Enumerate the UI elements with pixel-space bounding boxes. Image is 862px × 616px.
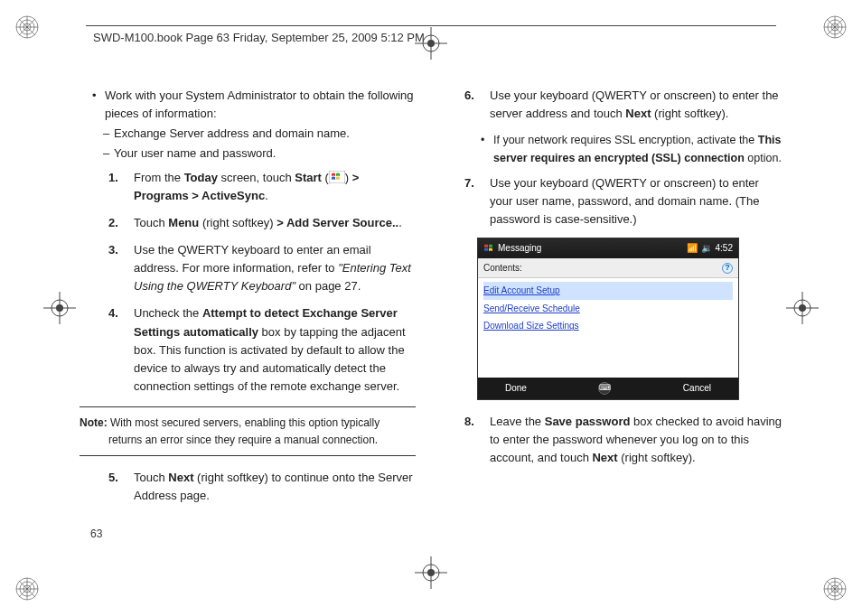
header-stamp: SWD-M100.book Page 63 Friday, September … xyxy=(93,31,425,44)
step-7: 7. Use your keyboard (QWERTY or onscreen… xyxy=(490,174,784,229)
step-3: 3. Use the QWERTY keyboard to enter an e… xyxy=(134,241,416,295)
body-text: > Add Server Source.. xyxy=(276,216,398,229)
screenshot-softkeys: Done ⌨ Cancel xyxy=(478,378,738,399)
screenshot-subheader: Contents: ? xyxy=(478,258,738,279)
body-text: screen, touch xyxy=(218,171,295,184)
step-number: 4. xyxy=(108,304,118,322)
svg-point-39 xyxy=(56,304,63,312)
screenshot-link: Send/Receive Schedule xyxy=(483,300,733,318)
screenshot-subtitle: Contents: xyxy=(483,261,522,275)
step-5: 5. Touch Next (right softkey) to continu… xyxy=(134,469,416,505)
step-4: 4. Uncheck the Attempt to detect Exchang… xyxy=(134,304,416,396)
signal-icon: 📶 xyxy=(687,241,698,256)
embedded-screenshot: Messaging 📶 🔉 4:52 Contents: ? Edit Acco… xyxy=(477,238,739,400)
screenshot-time: 4:52 xyxy=(716,241,733,256)
body-text: Save password xyxy=(545,415,631,428)
body-text: Today xyxy=(184,171,218,184)
help-icon: ? xyxy=(722,263,733,274)
step-number: 2. xyxy=(108,214,118,232)
header-rule xyxy=(86,25,776,26)
body-text: Leave the xyxy=(490,415,545,428)
step-number: 8. xyxy=(464,413,474,431)
body-text: Use your keyboard (QWERTY or onscreen) t… xyxy=(490,176,759,226)
body-text: ( xyxy=(322,171,329,184)
body-text: (right softkey) xyxy=(199,216,276,229)
register-mark-icon xyxy=(43,292,76,324)
body-text: From the xyxy=(134,171,184,184)
corner-ornament-icon xyxy=(822,576,848,602)
volume-icon: 🔉 xyxy=(701,241,712,256)
body-text: . xyxy=(265,189,268,202)
column-left: Work with your System Administrator to o… xyxy=(80,87,416,515)
corner-ornament-icon xyxy=(14,576,40,602)
body-text: option. xyxy=(745,152,782,164)
body-text: . xyxy=(398,216,402,229)
body-text: Work with your System Administrator to o… xyxy=(105,89,414,120)
body-text: Touch xyxy=(134,471,168,484)
corner-ornament-icon xyxy=(822,14,848,40)
body-text: (right softkey). xyxy=(651,107,729,120)
note-rule xyxy=(80,406,416,407)
body-text: If your network requires SSL encryption,… xyxy=(493,134,758,146)
note-block: Note: With most secured servers, enablin… xyxy=(80,411,416,452)
softkey-done: Done xyxy=(505,381,527,396)
note-rule xyxy=(80,455,416,456)
windows-start-icon xyxy=(329,171,345,183)
page-number: 63 xyxy=(90,527,102,540)
body-text: Use the QWERTY keyboard to enter an emai… xyxy=(134,243,371,275)
register-mark-icon xyxy=(786,292,819,324)
screenshot-link: Download Size Settings xyxy=(483,317,733,335)
column-right: 6. Use your keyboard (QWERTY or onscreen… xyxy=(448,87,784,515)
body-text: Uncheck the xyxy=(134,306,202,320)
svg-point-43 xyxy=(799,304,806,312)
body-text: Menu xyxy=(168,216,199,229)
bullet-work-with-admin: Work with your System Administrator to o… xyxy=(105,87,416,163)
screenshot-link: Edit Account Setup xyxy=(483,282,733,300)
document-page: SWD-M100.book Page 63 Friday, September … xyxy=(0,0,862,616)
register-mark-icon xyxy=(415,556,447,589)
step-number: 1. xyxy=(108,169,118,187)
body-text: Start xyxy=(295,171,322,184)
step-number: 5. xyxy=(108,469,118,487)
screenshot-body: Edit Account Setup Send/Receive Schedule… xyxy=(478,278,738,378)
svg-point-35 xyxy=(427,569,435,576)
step-number: 3. xyxy=(108,241,118,259)
body-text: (right softkey). xyxy=(618,451,696,464)
note-label: Note: xyxy=(80,416,108,429)
screenshot-title: Messaging xyxy=(498,241,541,256)
step-number: 6. xyxy=(464,87,474,105)
body-text: Touch xyxy=(134,216,168,229)
body-text: Next xyxy=(592,451,617,464)
corner-ornament-icon xyxy=(14,14,40,40)
step-number: 7. xyxy=(464,174,474,192)
note-body: With most secured servers, enabling this… xyxy=(108,416,379,446)
body-text: Next xyxy=(168,471,193,484)
step-8: 8. Leave the Save password box checked t… xyxy=(490,413,784,467)
softkey-cancel: Cancel xyxy=(683,381,711,396)
keyboard-icon: ⌨ xyxy=(598,382,611,395)
step-6: 6. Use your keyboard (QWERTY or onscreen… xyxy=(490,87,784,123)
step-2: 2. Touch Menu (right softkey) > Add Serv… xyxy=(134,214,416,232)
content-columns: Work with your System Administrator to o… xyxy=(80,87,784,515)
screenshot-titlebar: Messaging 📶 🔉 4:52 xyxy=(478,238,738,258)
body-text: on page 27. xyxy=(295,279,361,293)
step-1: 1. From the Today screen, touch Start ()… xyxy=(134,169,416,205)
dash-username-password: Your user name and password. xyxy=(114,145,416,163)
bullet-ssl: If your network requires SSL encryption,… xyxy=(493,132,784,167)
body-text: Next xyxy=(625,107,651,120)
dash-exchange-address: Exchange Server address and domain name. xyxy=(114,125,416,143)
windows-flag-icon xyxy=(483,243,494,254)
svg-point-31 xyxy=(427,40,435,47)
body-text: ) xyxy=(345,171,352,184)
